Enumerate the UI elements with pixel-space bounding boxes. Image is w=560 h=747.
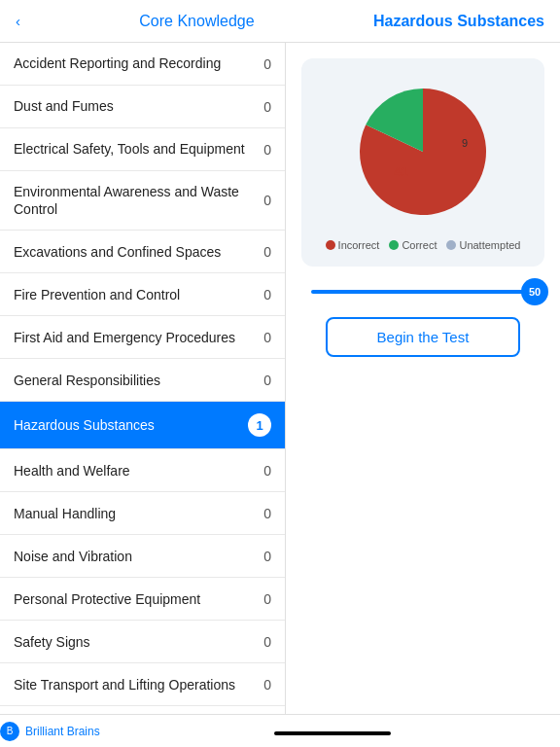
item-label: Noise and Vibration (14, 548, 252, 565)
item-count: 0 (252, 677, 271, 693)
footer: B Brilliant Brains (0, 714, 560, 747)
chart-container: 41 9 Incorrect Correct Unattempted (301, 58, 544, 267)
item-label: General Responsibilities (14, 372, 252, 389)
brand-logo: B (0, 722, 19, 741)
unattempted-dot (446, 240, 456, 250)
item-label: Hazardous Substances (14, 416, 248, 434)
item-label: Site Transport and Lifting Operations (14, 676, 252, 694)
begin-test-button[interactable]: Begin the Test (326, 317, 520, 357)
item-count: 0 (252, 244, 271, 260)
item-count: 0 (252, 330, 271, 345)
item-label: First Aid and Emergency Procedures (14, 329, 252, 346)
slider-container[interactable]: 50 (311, 290, 535, 294)
header: ‹ ‹ Core Knowledge Hazardous Substances (0, 0, 560, 43)
item-label: Fire Prevention and Control (14, 286, 252, 303)
item-count: 0 (252, 463, 271, 479)
list-item[interactable]: Safety Signs0 (0, 621, 285, 663)
item-count: 0 (252, 634, 271, 650)
list-item[interactable]: General Responsibilities0 (0, 359, 285, 402)
correct-dot (389, 240, 399, 250)
item-label: Accident Reporting and Recording (14, 54, 252, 72)
pie-chart: 41 9 (345, 74, 501, 230)
item-label: Health and Welfare (14, 462, 252, 480)
header-title: Core Knowledge (20, 13, 373, 30)
item-count: 0 (252, 506, 271, 521)
correct-legend: Correct (389, 239, 437, 251)
list-item[interactable]: Hazardous Substances1 (0, 402, 285, 449)
list-item[interactable]: Noise and Vibration0 (0, 535, 285, 578)
list-item[interactable]: Manual Handling0 (0, 492, 285, 535)
item-count: 0 (252, 193, 271, 208)
item-label: Electrical Safety, Tools and Equipment (14, 140, 252, 158)
correct-legend-label: Correct (402, 239, 437, 251)
chart-legend: Incorrect Correct Unattempted (326, 239, 521, 251)
slider-track: 50 (311, 290, 535, 294)
item-count-badge: 1 (248, 413, 271, 437)
brand-name: Brilliant Brains (25, 725, 100, 738)
main-container: Accident Reporting and Recording0Dust an… (0, 43, 560, 714)
item-count: 0 (252, 591, 271, 607)
item-label: Environmental Awareness and Waste Contro… (14, 183, 252, 218)
unattempted-legend: Unattempted (446, 239, 520, 251)
list-item[interactable]: First Aid and Emergency Procedures0 (0, 316, 285, 359)
right-panel: 41 9 Incorrect Correct Unattempted (286, 43, 560, 714)
left-panel: Accident Reporting and Recording0Dust an… (0, 43, 286, 714)
home-indicator (274, 731, 391, 735)
item-label: Dust and Fumes (14, 97, 252, 115)
list-item[interactable]: Environmental Awareness and Waste Contro… (0, 171, 285, 231)
list-item[interactable]: Health and Welfare0 (0, 449, 285, 492)
list-item[interactable]: Dust and Fumes0 (0, 86, 285, 128)
item-count: 0 (252, 142, 271, 158)
list-item[interactable]: Fire Prevention and Control0 (0, 273, 285, 316)
incorrect-label: 41 (394, 164, 407, 179)
list-item[interactable]: Accident Reporting and Recording0 (0, 43, 285, 86)
item-count: 0 (252, 56, 271, 72)
item-count: 0 (252, 373, 271, 388)
list-item[interactable]: Electrical Safety, Tools and Equipment0 (0, 128, 285, 171)
item-label: Safety Signs (14, 633, 252, 651)
item-count: 0 (252, 287, 271, 302)
slider-badge: 50 (521, 278, 548, 305)
unattempted-legend-label: Unattempted (459, 239, 520, 251)
item-label: Personal Protective Equipment (14, 590, 252, 608)
header-right-title: Hazardous Substances (373, 13, 544, 30)
item-count: 0 (252, 99, 271, 115)
incorrect-legend: Incorrect (326, 239, 380, 251)
correct-label-chart: 9 (462, 137, 468, 149)
list-item[interactable]: Personal Protective Equipment0 (0, 578, 285, 621)
item-label: Excavations and Confined Spaces (14, 243, 252, 261)
list-item[interactable]: Site Transport and Lifting Operations0 (0, 663, 285, 706)
list-item[interactable]: Excavations and Confined Spaces0 (0, 231, 285, 273)
item-label: Manual Handling (14, 505, 252, 522)
list-item[interactable]: Working at Height0 (0, 706, 285, 714)
incorrect-legend-label: Incorrect (338, 239, 380, 251)
incorrect-dot (326, 240, 335, 250)
item-count: 0 (252, 549, 271, 564)
